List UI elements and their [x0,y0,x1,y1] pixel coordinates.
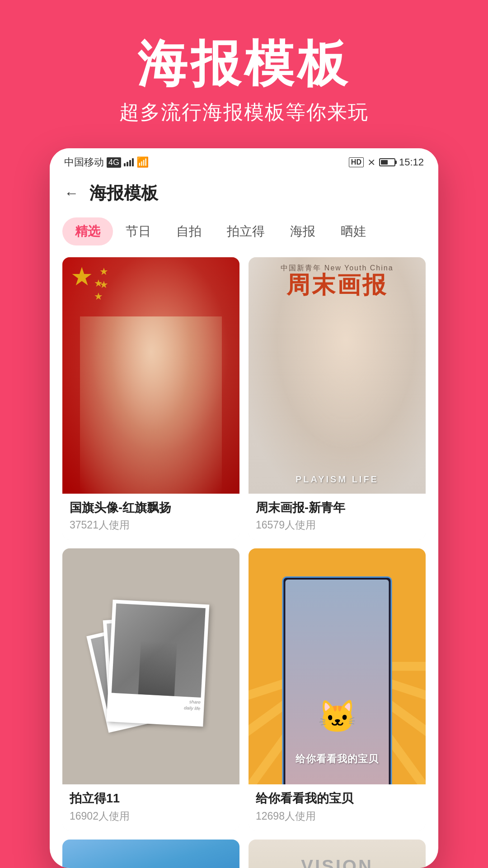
card-zhoumou-title: 周末画报-新青年 [256,500,418,516]
card-baobei-image: 🐱 给你看看我的宝贝 [249,548,426,785]
status-left: 中国移动 4G 📶 [64,156,149,169]
phone-mockup: 中国移动 4G 📶 HD ⨯ 15:12 ← [50,148,438,868]
content-grid: ★ ★ ★ ★ ★ [50,253,438,840]
card4-text-area: 给你看看我的宝贝 [249,752,426,766]
magazine-header: 中国新青年 New Youth China 周末画报 [249,264,426,297]
card-polaroid-title: 拍立得11 [70,791,232,807]
wifi-icon: 📶 [136,156,149,168]
card-guoqi-title: 国旗头像-红旗飘扬 [70,500,232,516]
card-guoqi-image: ★ ★ ★ ★ ★ [62,257,239,494]
category-tabs: 精选 节日 自拍 拍立得 海报 晒娃 [50,213,438,253]
app-header: ← 海报模板 [50,174,438,213]
polaroid-bg: sharedaily life [62,548,239,785]
network-text: 4G [107,157,121,168]
tab-jingxuan[interactable]: 精选 [62,217,113,245]
cat-area: 🐱 [318,701,357,732]
sunray-bg: 🐱 给你看看我的宝贝 [249,548,426,785]
cat-emoji: 🐱 [318,701,357,732]
carrier-text: 中国移动 [64,156,104,169]
card-zhoumou[interactable]: 中国新青年 New Youth China 周末画报 PLAYISM LIFE … [249,257,426,539]
polaroid-main-img [112,604,206,698]
card-polaroid-image: sharedaily life [62,548,239,785]
tab-jieri[interactable]: 节日 [113,217,164,245]
status-right: HD ⨯ 15:12 [349,156,424,168]
card-polaroid[interactable]: sharedaily life 拍立得11 16902人使用 [62,548,239,830]
card-baobei-info: 给你看看我的宝贝 12698人使用 [249,784,426,830]
page-background: 海报模板 超多流行海报模板等你来玩 中国移动 4G 📶 HD ⨯ [0,0,488,868]
signal-bar-1 [124,163,126,166]
card-polaroid-info: 拍立得11 16902人使用 [62,784,239,830]
card-guoqi-info: 国旗头像-红旗飘扬 37521人使用 [62,494,239,539]
bottom-card-1-img [62,840,239,868]
bottom-card-1[interactable] [62,840,239,868]
card-baobei-title: 给你看看我的宝贝 [256,791,418,807]
magazine-bottom-text: PLAYISM LIFE [249,474,426,485]
couple-silhouette [138,641,177,696]
status-bar: 中国移动 4G 📶 HD ⨯ 15:12 [50,148,438,174]
signal-bar-3 [129,160,131,166]
magazine-bg: 中国新青年 New Youth China 周末画报 PLAYISM LIFE [249,257,426,494]
header-section: 海报模板 超多流行海报模板等你来玩 [119,0,369,148]
magazine-title-text: 周末画报 [249,273,426,297]
signal-bar-2 [127,162,128,166]
bottom-card-2-img: VISION [249,840,426,868]
playism-label: PLAYISM LIFE [249,474,426,485]
bottom-partial-cards: VISION [50,840,438,868]
back-button[interactable]: ← [64,185,79,202]
card4-overlay-text: 给你看看我的宝贝 [249,752,426,766]
card-zhoumou-image: 中国新青年 New Youth China 周末画报 PLAYISM LIFE [249,257,426,494]
bluetooth-icon: ⨯ [367,156,375,168]
tab-palide[interactable]: 拍立得 [214,217,277,245]
person-face [80,316,222,494]
card-baobei-count: 12698人使用 [256,809,418,823]
signal-icon [124,158,134,166]
card-baobei[interactable]: 🐱 给你看看我的宝贝 给你看看我的宝贝 12698人使用 [249,548,426,830]
main-title: 海报模板 [137,36,351,91]
tab-shaiwa[interactable]: 晒娃 [328,217,379,245]
card-guoqi-count: 37521人使用 [70,518,232,532]
sub-title: 超多流行海报模板等你来玩 [119,99,369,126]
signal-bar-4 [132,158,134,166]
app-header-title: 海报模板 [89,182,158,205]
polaroid-caption: sharedaily life [111,695,201,712]
tab-haibao[interactable]: 海报 [277,217,328,245]
bottom-card-2[interactable]: VISION [249,840,426,868]
battery-icon [379,158,395,166]
flag-bg: ★ ★ ★ ★ ★ [62,257,239,494]
vision-text: VISION [301,856,373,868]
card-guoqi[interactable]: ★ ★ ★ ★ ★ [62,257,239,539]
time-display: 15:12 [399,156,424,168]
tab-zipai[interactable]: 自拍 [164,217,214,245]
polaroid-main: sharedaily life [106,599,209,726]
card-polaroid-count: 16902人使用 [70,809,232,823]
card-zhoumou-info: 周末画报-新青年 16579人使用 [249,494,426,539]
hd-badge: HD [349,157,364,167]
battery-fill [381,160,388,165]
card-zhoumou-count: 16579人使用 [256,518,418,532]
polaroid-stack: sharedaily life [82,566,220,767]
